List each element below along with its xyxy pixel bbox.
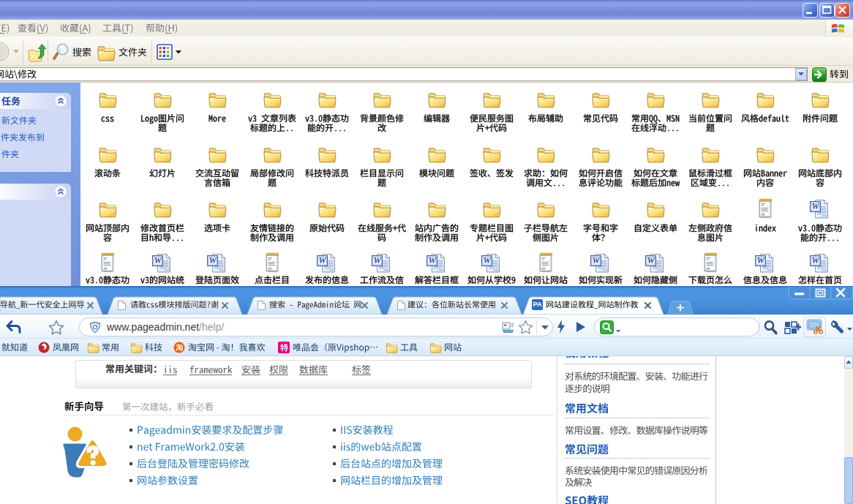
svg-text:W: W [318, 256, 326, 265]
svg-text:W: W [647, 256, 655, 265]
svg-text:W: W [811, 202, 819, 211]
svg-text:W: W [483, 256, 491, 265]
svg-text:W: W [154, 256, 162, 265]
svg-text:W: W [373, 256, 381, 265]
svg-text:W: W [757, 256, 765, 265]
svg-text:W: W [208, 256, 217, 265]
svg-text:W: W [811, 256, 819, 265]
svg-text:W: W [593, 256, 601, 265]
svg-text:W: W [428, 256, 436, 265]
